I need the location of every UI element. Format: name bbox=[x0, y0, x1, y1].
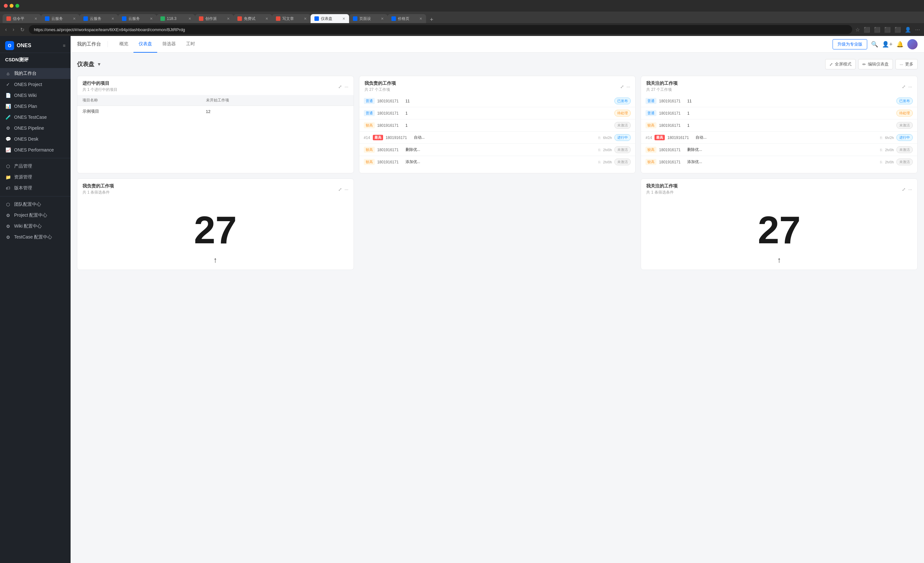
browser-tab-5[interactable]: 创作派 ✕ bbox=[195, 14, 234, 23]
more-button[interactable]: ··· 更多 bbox=[896, 59, 918, 69]
sidebar-item-ones-project[interactable]: ✓ ONES Project bbox=[0, 79, 70, 90]
item-title: 删除优... bbox=[405, 147, 596, 152]
browser-tab-7[interactable]: 写文章 ✕ bbox=[272, 14, 310, 23]
priority-tag: 较高 bbox=[364, 159, 375, 165]
browser-tab-3[interactable]: 云服务 ✕ bbox=[118, 14, 157, 23]
menu-icon[interactable]: ⋯ bbox=[915, 27, 920, 33]
sidebar-collapse-button[interactable]: ≡ bbox=[63, 43, 66, 48]
extension-icon-1[interactable]: ⬛ bbox=[864, 27, 870, 33]
tab-overview[interactable]: 概览 bbox=[114, 36, 134, 53]
close-dot[interactable] bbox=[4, 4, 8, 8]
expand-icon-5[interactable]: ⤢ bbox=[902, 187, 906, 192]
main-content: 我的工作台 概览 仪表盘 筛选器 工时 升级为专业版 🔍 👤+ � bbox=[70, 36, 924, 563]
bookmark-icon[interactable]: ☆ bbox=[855, 27, 860, 33]
priority-tag: 普通 bbox=[364, 110, 375, 116]
tab-close-5[interactable]: ✕ bbox=[227, 17, 230, 21]
notification-icon[interactable]: 🔔 bbox=[896, 41, 903, 48]
tab-label-0: 信令平 bbox=[13, 16, 24, 21]
expand-icon-2[interactable]: ⤢ bbox=[620, 84, 624, 89]
browser-tab-9[interactable]: 页面设 ✕ bbox=[349, 14, 388, 23]
sidebar-divider-1 bbox=[0, 158, 70, 158]
tab-close-1[interactable]: ✕ bbox=[73, 17, 76, 21]
browser-tab-4[interactable]: 118.3 ✕ bbox=[157, 14, 195, 23]
item-count: 1 bbox=[405, 111, 408, 116]
tab-close-8[interactable]: ✕ bbox=[342, 17, 345, 21]
more-label: 更多 bbox=[905, 61, 914, 67]
browser-tab-1[interactable]: 云服务 ✕ bbox=[41, 14, 80, 23]
card-menu-icon-3[interactable]: ··· bbox=[908, 84, 912, 89]
card-menu-icon[interactable]: ··· bbox=[345, 84, 348, 89]
tab-label-6: 免费试 bbox=[244, 16, 255, 21]
sidebar-item-project-config[interactable]: ⚙ Project 配置中心 bbox=[0, 210, 70, 221]
url-bar[interactable]: https://ones.ai/project/#/workspace/team… bbox=[29, 25, 852, 34]
tab-dashboard-label: 仪表盘 bbox=[139, 41, 152, 47]
extension-icon-2[interactable]: ⬛ bbox=[874, 27, 880, 33]
minimize-dot[interactable] bbox=[10, 4, 14, 8]
product-mgmt-icon: ⬡ bbox=[5, 164, 11, 169]
browser-tab-0[interactable]: 信令平 ✕ bbox=[3, 14, 41, 23]
extension-icon-3[interactable]: ⬛ bbox=[884, 27, 891, 33]
tab-close-0[interactable]: ✕ bbox=[34, 17, 37, 21]
browser-tab-8[interactable]: 仪表盘 ✕ bbox=[310, 14, 349, 23]
card-menu-icon-4[interactable]: ··· bbox=[345, 187, 348, 192]
sidebar-label-my-workspace: 我的工作台 bbox=[14, 71, 37, 77]
back-button[interactable]: ‹ bbox=[4, 27, 8, 32]
browser-tab-6[interactable]: 免费试 ✕ bbox=[234, 14, 272, 23]
tab-close-6[interactable]: ✕ bbox=[266, 17, 268, 21]
sidebar-item-my-workspace[interactable]: ⌂ 我的工作台 bbox=[0, 68, 70, 79]
tab-close-4[interactable]: ✕ bbox=[188, 17, 191, 21]
add-member-icon[interactable]: 👤+ bbox=[882, 41, 892, 48]
tab-close-3[interactable]: ✕ bbox=[150, 17, 153, 21]
tab-close-2[interactable]: ✕ bbox=[111, 17, 114, 21]
account-icon[interactable]: 👤 bbox=[905, 27, 911, 33]
list-item: 较高 1801916171 1 未激活 bbox=[359, 119, 636, 132]
tab-overview-label: 概览 bbox=[119, 41, 128, 47]
tab-close-7[interactable]: ✕ bbox=[304, 17, 307, 21]
expand-icon[interactable]: ⤢ bbox=[338, 84, 342, 89]
tab-close-9[interactable]: ✕ bbox=[381, 17, 384, 21]
forward-button[interactable]: › bbox=[11, 27, 15, 32]
tab-workhour[interactable]: 工时 bbox=[181, 36, 200, 53]
sidebar-item-resource-mgmt[interactable]: 📁 资源管理 bbox=[0, 172, 70, 183]
item-title: 添加优... bbox=[405, 159, 596, 165]
tab-close-10[interactable]: ✕ bbox=[419, 17, 422, 21]
browser-tab-2[interactable]: 云服务 ✕ bbox=[80, 14, 118, 23]
maximize-dot[interactable] bbox=[15, 4, 19, 8]
browser-tab-10[interactable]: 价格页 ✕ bbox=[388, 14, 426, 23]
sidebar-item-ones-desk[interactable]: 💬 ONES Desk bbox=[0, 134, 70, 144]
sidebar-item-testcase-config[interactable]: ⚙ TestCase 配置中心 bbox=[0, 232, 70, 243]
sidebar-item-ones-plan[interactable]: 📊 ONES Plan bbox=[0, 101, 70, 112]
status-badge: 未激活 bbox=[896, 122, 913, 129]
card-menu-icon-5[interactable]: ··· bbox=[908, 187, 912, 192]
sidebar-item-team-config[interactable]: ⬡ 团队配置中心 bbox=[0, 199, 70, 210]
list-item: 普通 1801916171 11 已发布 bbox=[641, 95, 917, 107]
search-icon[interactable]: 🔍 bbox=[871, 41, 878, 48]
fullscreen-button[interactable]: ⤢ 全屏模式 bbox=[825, 59, 856, 69]
edit-dashboard-button[interactable]: ✏ 编辑仪表盘 bbox=[858, 59, 893, 69]
sidebar-item-ones-pipeline[interactable]: ⚙ ONES Pipeline bbox=[0, 123, 70, 134]
tab-dashboard[interactable]: 仪表盘 bbox=[134, 36, 157, 53]
sidebar-item-ones-testcase[interactable]: 🧪 ONES TestCase bbox=[0, 112, 70, 123]
expand-icon-4[interactable]: ⤢ bbox=[338, 187, 342, 192]
extension-icon-4[interactable]: ⬛ bbox=[894, 27, 901, 33]
table-row: 示例项目 12 bbox=[77, 106, 354, 117]
expand-icon-3[interactable]: ⤢ bbox=[902, 84, 906, 89]
sidebar-header: O ONES ≡ bbox=[0, 36, 70, 53]
reload-button[interactable]: ↻ bbox=[19, 27, 26, 33]
new-tab-button[interactable]: + bbox=[428, 17, 436, 23]
sidebar-label-ones-wiki: ONES Wiki bbox=[14, 93, 37, 98]
workspace-name: CSDN测评 bbox=[0, 53, 70, 67]
sidebar-item-ones-wiki[interactable]: 📄 ONES Wiki bbox=[0, 90, 70, 101]
sidebar-item-wiki-config[interactable]: ⚙ Wiki 配置中心 bbox=[0, 221, 70, 232]
page-title-dropdown[interactable]: ▼ bbox=[97, 62, 101, 67]
sidebar-item-version-mgmt[interactable]: 🏷 版本管理 bbox=[0, 183, 70, 194]
card-my-watched-title-group: 我关注的工作项 共 27 个工作项 bbox=[646, 81, 678, 92]
card-my-watched-items: 我关注的工作项 共 27 个工作项 ⤢ ··· 普通 1801916171 11 bbox=[641, 76, 918, 173]
sidebar-item-product-mgmt[interactable]: ⬡ 产品管理 bbox=[0, 161, 70, 172]
user-avatar[interactable] bbox=[908, 39, 918, 50]
card-menu-icon-2[interactable]: ··· bbox=[627, 84, 630, 89]
card-my-watched-count-subtitle: 共 1 条筛选条件 bbox=[646, 190, 678, 195]
upgrade-button[interactable]: 升级为专业版 bbox=[832, 39, 867, 50]
tab-filter[interactable]: 筛选器 bbox=[157, 36, 181, 53]
sidebar-item-ones-performance[interactable]: 📈 ONES Performance bbox=[0, 144, 70, 155]
